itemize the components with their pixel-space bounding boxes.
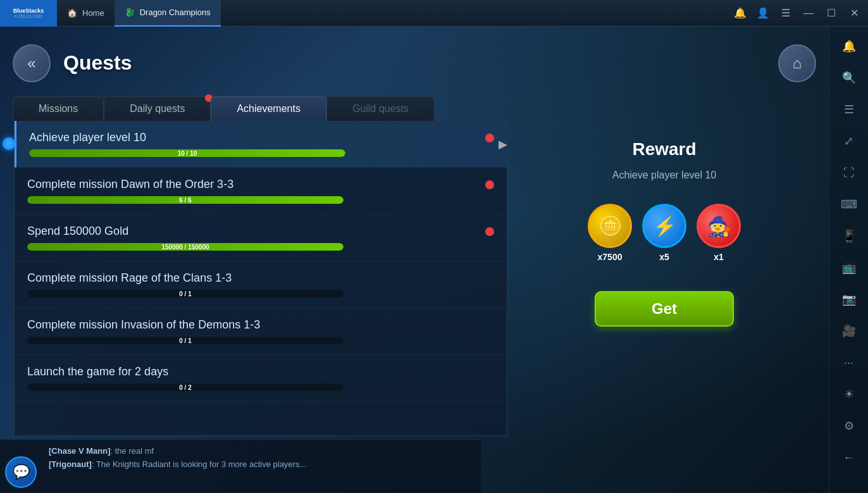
reward-panel: Reward Achieve player level 10 🪙x7500⚡x5…	[512, 120, 816, 436]
chat-messages: [Chase V Mann]: the real mf[Trigonaut]: …	[49, 445, 473, 471]
reward-count: x7500	[598, 252, 623, 262]
settings-icon[interactable]: ⚙	[834, 411, 864, 440]
quest-progress-text: 0 / 1	[179, 290, 191, 297]
minimize-icon[interactable]: —	[800, 4, 817, 22]
quest-name: Spend 150000 Gold	[27, 225, 475, 238]
quest-progress-bar: 150000 / 150000	[27, 243, 344, 251]
resize-icon[interactable]: ⤢	[834, 127, 864, 156]
tab-guild-label: Guild quests	[352, 103, 409, 114]
quest-progress-text: 10 / 10	[178, 150, 197, 157]
tab-achievements[interactable]: Achievements	[211, 96, 326, 121]
tab-guild-quests[interactable]: Guild quests	[326, 96, 435, 121]
quest-item[interactable]: Launch the game for 2 days 0 / 2	[15, 355, 507, 402]
taskbar-right: 🔔 👤 ☰ — ☐ ✕	[731, 4, 868, 22]
notification-icon[interactable]: 🔔	[731, 4, 749, 22]
quest-red-dot	[485, 134, 494, 142]
tabs-container: Missions Daily quests Achievements Guild…	[13, 96, 816, 121]
maximize-icon[interactable]: ☐	[822, 4, 840, 22]
quest-name: Launch the game for 2 days	[27, 365, 475, 378]
account-icon[interactable]: 👤	[754, 4, 772, 22]
reward-icon-red: 🧙	[697, 204, 741, 248]
quest-progress-text: 0 / 1	[179, 337, 191, 344]
side-toolbar: 🔔 🔍 ☰ ⤢ ⛶ ⌨ 📱 📺 📷 🎥 ··· ☀ ⚙ ←	[829, 27, 868, 493]
tab-achievements-label: Achievements	[237, 103, 301, 114]
header: « Quests ⌂	[0, 27, 829, 99]
chat-text: : the real mf	[111, 446, 154, 456]
bs-version: 4.150.11.1001	[15, 14, 43, 18]
chat-text: : The Knights Radiant is looking for 3 m…	[92, 459, 306, 469]
back-nav-icon[interactable]: ←	[834, 443, 864, 472]
game-tab[interactable]: 🐉 Dragon Champions	[115, 0, 221, 27]
menu-icon[interactable]: ☰	[834, 95, 864, 124]
chat-bar: 💬 [Chase V Mann]: the real mf[Trigonaut]…	[0, 439, 481, 493]
expand-icon[interactable]: ⛶	[834, 158, 864, 187]
page-title: Quests	[63, 51, 766, 75]
quest-item[interactable]: Complete mission Rage of the Clans 1-3 0…	[15, 261, 507, 308]
game-area: « Quests ⌂ Missions Daily quests Achieve…	[0, 27, 829, 493]
tab-missions-label: Missions	[39, 103, 78, 114]
game-tab-icon: 🐉	[125, 8, 135, 17]
quest-progress-bar: 0 / 2	[27, 384, 344, 391]
quest-name: Complete mission Dawn of the Order 3-3	[27, 178, 475, 191]
reward-item: ⚡x5	[642, 204, 686, 262]
tv-icon[interactable]: 📺	[834, 253, 864, 282]
reward-item: 🧙x1	[697, 204, 741, 262]
more-dots-icon[interactable]: ···	[834, 348, 864, 377]
game-tab-label: Dragon Champions	[140, 8, 211, 17]
chat-message: [Trigonaut]: The Knights Radiant is look…	[49, 458, 473, 471]
tab-daily-label: Daily quests	[130, 103, 185, 114]
bluestacks-logo[interactable]: BlueStacks 4.150.11.1001	[0, 0, 57, 27]
reward-icon-blue: ⚡	[642, 204, 686, 248]
quest-progress-bar: 10 / 10	[29, 149, 345, 157]
quest-item[interactable]: Complete mission Dawn of the Order 3-3 6…	[15, 168, 507, 215]
search-icon[interactable]: 🔍	[834, 63, 864, 92]
camera-icon[interactable]: 📷	[834, 285, 864, 314]
reward-item: 🪙x7500	[588, 204, 632, 262]
quest-progress-text: 6 / 6	[179, 197, 191, 204]
chat-username: [Chase V Mann]	[49, 446, 111, 456]
active-indicator	[3, 137, 15, 150]
reward-count: x5	[659, 252, 669, 262]
quest-progress-bar: 0 / 1	[27, 290, 344, 297]
quest-item[interactable]: Achieve player level 10 10 / 10 ▶	[15, 121, 507, 168]
chat-message: [Chase V Mann]: the real mf	[49, 445, 473, 458]
home-tab-label: Home	[82, 8, 104, 18]
tab-missions[interactable]: Missions	[13, 96, 104, 121]
quest-item[interactable]: Complete mission Invasion of the Demons …	[15, 308, 507, 355]
video-icon[interactable]: 🎥	[834, 316, 864, 346]
close-icon[interactable]: ✕	[845, 4, 863, 22]
get-reward-button[interactable]: Get	[595, 291, 734, 327]
reward-items: 🪙x7500⚡x5🧙x1	[588, 204, 741, 262]
quest-progress-text: 0 / 2	[179, 384, 191, 391]
tab-daily-quests[interactable]: Daily quests	[104, 96, 211, 121]
quest-name: Achieve player level 10	[29, 131, 475, 144]
keyboard-icon[interactable]: ⌨	[834, 190, 864, 219]
reward-count: x1	[714, 252, 724, 262]
bell-icon[interactable]: 🔔	[834, 32, 864, 61]
bs-name: BlueStacks	[13, 8, 44, 14]
back-button[interactable]: «	[13, 44, 51, 82]
quest-item[interactable]: Spend 150000 Gold 150000 / 150000	[15, 215, 507, 261]
home-tab-icon: 🏠	[67, 8, 77, 18]
quest-red-dot	[485, 227, 494, 236]
home-button[interactable]: ⌂	[778, 44, 816, 82]
chat-icon[interactable]: 💬	[5, 456, 37, 488]
quest-red-dot	[485, 180, 494, 189]
menu-icon[interactable]: ☰	[777, 4, 795, 22]
reward-description: Achieve player level 10	[612, 170, 717, 181]
quest-progress-bar: 0 / 1	[27, 337, 344, 344]
reward-icon-gold: 🪙	[588, 204, 632, 248]
reward-title: Reward	[632, 139, 696, 159]
taskbar: BlueStacks 4.150.11.1001 🏠 Home 🐉 Dragon…	[0, 0, 868, 27]
quest-progress-text: 150000 / 150000	[161, 244, 209, 251]
quest-arrow-icon: ▶	[499, 137, 507, 151]
quest-name: Complete mission Invasion of the Demons …	[27, 318, 475, 332]
chat-username: [Trigonaut]	[49, 459, 92, 469]
home-tab[interactable]: 🏠 Home	[57, 0, 115, 27]
phone-icon[interactable]: 📱	[834, 222, 864, 251]
brightness-icon[interactable]: ☀	[834, 380, 864, 409]
quest-list[interactable]: Achieve player level 10 10 / 10 ▶ Comple…	[14, 120, 507, 436]
quest-name: Complete mission Rage of the Clans 1-3	[27, 271, 475, 285]
quest-progress-bar: 6 / 6	[27, 196, 344, 204]
